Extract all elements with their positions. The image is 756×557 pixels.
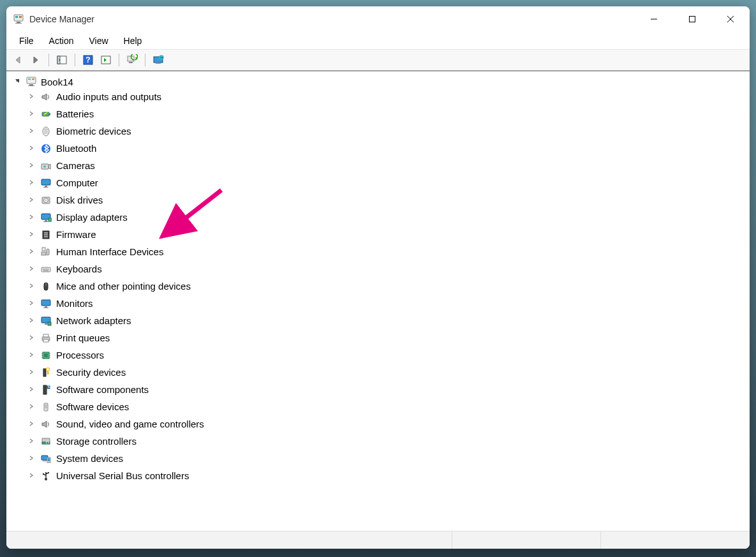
chevron-right-icon[interactable] <box>27 231 36 239</box>
maximize-button[interactable] <box>673 6 711 32</box>
chevron-right-icon[interactable] <box>27 300 36 308</box>
app-icon <box>13 13 24 25</box>
tree-category-node[interactable]: Software components <box>27 381 750 398</box>
display-icon <box>40 211 52 224</box>
chevron-right-icon[interactable] <box>27 197 36 204</box>
svg-rect-84 <box>43 461 47 461</box>
chevron-right-icon[interactable] <box>27 472 36 480</box>
svg-point-29 <box>43 165 46 168</box>
chevron-right-icon[interactable] <box>27 283 36 290</box>
tree-category-node[interactable]: Network adapters <box>27 312 750 329</box>
svg-rect-66 <box>44 353 48 357</box>
tree-category-node[interactable]: Software devices <box>27 398 750 415</box>
usb-icon <box>40 470 52 482</box>
svg-rect-23 <box>32 78 34 80</box>
chevron-right-icon[interactable] <box>27 93 36 101</box>
tree-category-node[interactable]: Audio inputs and outputs <box>27 88 750 105</box>
tree-category-node[interactable]: Print queues <box>27 329 750 346</box>
chevron-down-icon[interactable] <box>13 77 22 86</box>
toolbar: ? <box>6 50 750 71</box>
tree-category-node[interactable]: Disk drives <box>27 191 750 209</box>
software-comp-icon <box>40 383 52 396</box>
svg-rect-20 <box>29 84 33 85</box>
toolbar-separator <box>145 54 145 66</box>
statusbar-cell <box>600 531 750 549</box>
menu-action[interactable]: Action <box>41 33 82 48</box>
svg-rect-46 <box>42 248 45 251</box>
chevron-right-icon[interactable] <box>27 214 36 221</box>
svg-rect-22 <box>28 78 31 80</box>
back-button[interactable] <box>10 52 26 68</box>
tree-category-node[interactable]: Sound, video and game controllers <box>27 415 750 433</box>
chevron-right-icon[interactable] <box>27 265 36 273</box>
svg-text:?: ? <box>85 56 90 64</box>
chevron-right-icon[interactable] <box>27 317 36 325</box>
tree-category-node[interactable]: Bluetooth <box>27 140 750 157</box>
add-legacy-button[interactable] <box>151 52 166 68</box>
chevron-right-icon[interactable] <box>27 248 36 256</box>
tree-category-node[interactable]: Universal Serial Bus controllers <box>27 467 750 484</box>
close-button[interactable] <box>711 6 750 32</box>
svg-rect-41 <box>44 232 48 234</box>
svg-rect-73 <box>43 369 46 376</box>
tree-category-node[interactable]: Storage controllers <box>27 433 750 450</box>
printer-icon <box>40 332 52 345</box>
chevron-right-icon[interactable] <box>27 110 36 118</box>
svg-rect-37 <box>45 220 47 221</box>
forward-button[interactable] <box>28 52 43 68</box>
tree-category-node[interactable]: Display adapters <box>27 209 750 226</box>
tree-category-node[interactable]: Monitors <box>27 295 750 312</box>
menu-help[interactable]: Help <box>116 33 150 48</box>
window-controls <box>635 6 750 32</box>
tree-category-node[interactable]: Biometric devices <box>27 123 750 140</box>
chevron-right-icon[interactable] <box>27 128 36 135</box>
tree-category-node[interactable]: System devices <box>27 450 750 467</box>
minimize-button[interactable] <box>635 6 673 32</box>
statusbar-cell <box>6 531 452 549</box>
network-icon <box>40 315 52 327</box>
scan-hardware-button[interactable] <box>124 52 140 68</box>
menu-view[interactable]: View <box>81 33 115 48</box>
tree-category-node[interactable]: Cameras <box>27 157 750 174</box>
storage-icon <box>40 435 52 448</box>
chevron-right-icon[interactable] <box>27 438 36 445</box>
chevron-right-icon[interactable] <box>27 386 36 394</box>
chevron-right-icon[interactable] <box>27 179 36 187</box>
svg-rect-56 <box>45 306 47 308</box>
battery-icon <box>40 108 52 121</box>
device-tree[interactable]: Book14 Audio inputs and outputsBatteries… <box>6 71 750 531</box>
show-hide-tree-button[interactable] <box>54 52 70 68</box>
chevron-right-icon[interactable] <box>27 352 36 359</box>
svg-rect-48 <box>43 269 44 270</box>
security-icon <box>40 366 52 379</box>
tree-category-node[interactable]: Mice and other pointing devices <box>27 278 750 295</box>
tree-category-node[interactable]: Firmware <box>27 226 750 243</box>
chevron-right-icon[interactable] <box>27 162 36 170</box>
svg-rect-25 <box>49 113 50 115</box>
bluetooth-icon <box>40 142 52 155</box>
svg-rect-55 <box>41 300 50 306</box>
chevron-right-icon[interactable] <box>27 403 36 411</box>
svg-rect-44 <box>41 252 46 255</box>
svg-rect-31 <box>45 186 47 187</box>
device-manager-window: Device Manager File Action View Help <box>6 6 750 549</box>
svg-rect-4 <box>19 16 22 18</box>
tree-category-node[interactable]: Computer <box>27 174 750 191</box>
tree-category-label: Universal Serial Bus controllers <box>56 470 189 481</box>
chevron-right-icon[interactable] <box>27 145 36 152</box>
action-button[interactable] <box>98 52 114 68</box>
tree-category-node[interactable]: Batteries <box>27 105 750 123</box>
tree-category-node[interactable]: Human Interface Devices <box>27 243 750 260</box>
mouse-icon <box>40 280 52 293</box>
tree-category-node[interactable]: Keyboards <box>27 260 750 278</box>
tree-category-node[interactable]: Security devices <box>27 364 750 381</box>
chevron-right-icon[interactable] <box>27 455 36 463</box>
chevron-right-icon[interactable] <box>27 334 36 342</box>
menu-file[interactable]: File <box>11 33 41 48</box>
software-dev-icon <box>40 401 52 413</box>
help-button[interactable]: ? <box>80 52 96 68</box>
tree-root-node[interactable]: Book14 <box>13 75 750 88</box>
chevron-right-icon[interactable] <box>27 369 36 376</box>
tree-category-node[interactable]: Processors <box>27 346 750 364</box>
chevron-right-icon[interactable] <box>27 420 36 428</box>
